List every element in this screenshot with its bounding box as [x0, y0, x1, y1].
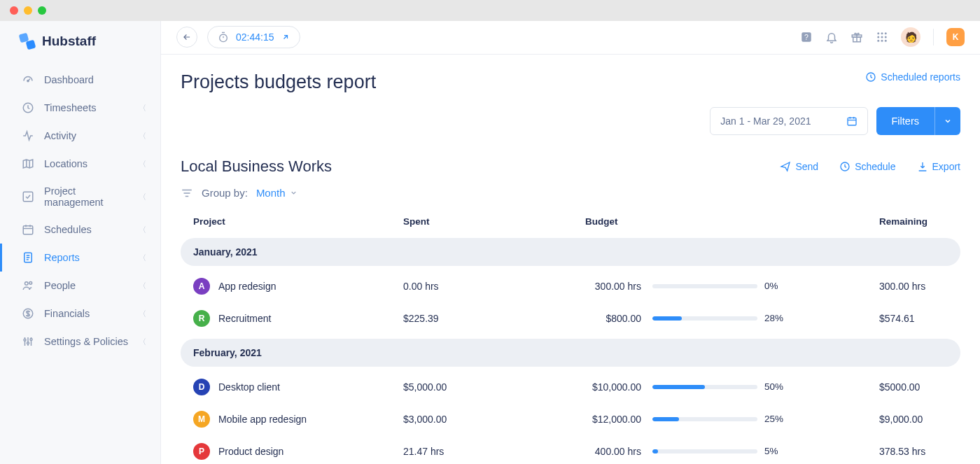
- remaining-cell: $9,000.00: [879, 414, 963, 425]
- sidebar-item-reports[interactable]: Reports〈: [0, 244, 160, 272]
- help-icon[interactable]: ?: [800, 31, 813, 43]
- filters-label: Filters: [876, 115, 934, 127]
- gauge-icon: [22, 73, 34, 86]
- file-icon: [22, 251, 34, 264]
- sidebar-item-label: Settings & Policies: [44, 336, 128, 347]
- spent-cell: 0.00 hrs: [403, 281, 585, 292]
- gift-icon[interactable]: [850, 31, 863, 43]
- check-square-icon: [22, 190, 34, 203]
- calendar-icon: [22, 223, 34, 236]
- progress-bar: [652, 417, 757, 421]
- col-spent: Spent: [403, 216, 585, 227]
- brand-logo[interactable]: Hubstaff: [0, 21, 160, 66]
- sidebar-item-label: Activity: [44, 130, 76, 141]
- sidebar-item-timesheets[interactable]: Timesheets〈: [0, 94, 160, 122]
- sidebar-item-dashboard[interactable]: Dashboard: [0, 66, 160, 94]
- group-by-value[interactable]: Month: [256, 187, 298, 199]
- user-avatar[interactable]: 🧑: [901, 27, 920, 47]
- chevron-left-icon: 〈: [139, 159, 146, 169]
- chevron-left-icon: 〈: [139, 103, 146, 113]
- sidebar-item-label: Schedules: [44, 224, 92, 235]
- budget-percent: 28%: [764, 313, 799, 323]
- arrow-left-icon: [182, 32, 192, 42]
- table-row[interactable]: DDesktop client$5,000.00$10,000.0050%$50…: [181, 371, 960, 403]
- sidebar-item-schedules[interactable]: Schedules〈: [0, 216, 160, 244]
- svg-point-23: [881, 40, 883, 42]
- project-name: Mobile app redesign: [218, 414, 307, 425]
- apps-grid-icon[interactable]: [876, 31, 888, 43]
- svg-point-18: [885, 33, 887, 35]
- remaining-cell: $5000.00: [879, 381, 963, 393]
- chevron-left-icon: 〈: [139, 337, 146, 347]
- table-row[interactable]: MMobile app redesign$3,000.00$12,000.002…: [181, 403, 960, 435]
- table-row[interactable]: AApp redesign0.00 hrs300.00 hrs0%300.00 …: [181, 270, 960, 302]
- sidebar-item-label: Project management: [44, 185, 129, 208]
- project-badge: A: [193, 278, 210, 295]
- clock-icon: [839, 161, 850, 172]
- filters-button[interactable]: Filters: [876, 107, 960, 135]
- sidebar-item-label: Timesheets: [44, 102, 96, 113]
- timer-pill[interactable]: 02:44:15: [207, 26, 300, 48]
- chevron-down-icon: [290, 189, 298, 197]
- send-icon: [780, 161, 791, 172]
- svg-point-5: [25, 282, 29, 286]
- sidebar-item-project-management[interactable]: Project management〈: [0, 178, 160, 216]
- scheduled-reports-label: Scheduled reports: [881, 71, 960, 83]
- main-panel: 02:44:15 ? 🧑 K: [161, 21, 980, 464]
- sidebar-item-settings-policies[interactable]: Settings & Policies〈: [0, 328, 160, 356]
- bell-icon[interactable]: [825, 31, 838, 43]
- table-row[interactable]: PProduct design21.47 hrs400.00 hrs5%378.…: [181, 435, 960, 464]
- page-title: Projects budgets report: [181, 71, 376, 93]
- progress-bar: [652, 284, 757, 288]
- spent-cell: $225.39: [403, 313, 585, 324]
- progress-bar: [652, 449, 757, 454]
- svg-point-9: [27, 342, 29, 344]
- workspace-badge[interactable]: K: [946, 28, 965, 46]
- window-close-dot[interactable]: [10, 6, 18, 15]
- svg-rect-26: [848, 118, 856, 125]
- timer-value: 02:44:15: [236, 31, 274, 43]
- month-group-header: February, 2021: [181, 339, 960, 367]
- table-row[interactable]: RRecruitment$225.39$800.0028%$574.61: [181, 302, 960, 335]
- window-zoom-dot[interactable]: [38, 6, 46, 15]
- export-action[interactable]: Export: [917, 161, 960, 172]
- group-by-label: Group by:: [202, 187, 248, 199]
- project-cell: PProduct design: [193, 443, 403, 460]
- sidebar-item-activity[interactable]: Activity〈: [0, 122, 160, 150]
- chevron-left-icon: 〈: [139, 225, 146, 235]
- chevron-left-icon: 〈: [139, 131, 146, 141]
- list-sort-icon: [181, 187, 193, 199]
- progress-bar: [652, 316, 757, 321]
- sidebar-item-label: Dashboard: [44, 74, 94, 85]
- window-minimize-dot[interactable]: [24, 6, 32, 15]
- remaining-cell: 300.00 hrs: [879, 281, 963, 292]
- svg-point-10: [30, 339, 32, 341]
- sidebar-item-locations[interactable]: Locations〈: [0, 150, 160, 178]
- chevron-left-icon: 〈: [139, 192, 146, 202]
- col-project: Project: [193, 216, 403, 227]
- budget-cell: 300.00 hrs0%: [585, 281, 879, 292]
- chevron-left-icon: 〈: [139, 281, 146, 291]
- project-badge: R: [193, 310, 210, 327]
- budget-cell: $10,000.0050%: [585, 381, 879, 393]
- stopwatch-icon: [218, 31, 229, 43]
- spent-cell: $5,000.00: [403, 381, 585, 393]
- page-header: Projects budgets report Scheduled report…: [181, 71, 960, 93]
- col-remaining: Remaining: [879, 216, 963, 227]
- sidebar-item-label: Financials: [44, 308, 90, 319]
- table-header-row: Project Spent Budget Remaining: [181, 208, 960, 234]
- project-badge: M: [193, 411, 210, 428]
- scheduled-reports-link[interactable]: Scheduled reports: [865, 71, 960, 83]
- send-action[interactable]: Send: [780, 161, 818, 172]
- chevron-down-icon: [944, 117, 952, 125]
- schedule-action[interactable]: Schedule: [839, 161, 895, 172]
- sidebar-item-people[interactable]: People〈: [0, 272, 160, 300]
- back-button[interactable]: [176, 27, 197, 48]
- sidebar-item-financials[interactable]: Financials〈: [0, 300, 160, 328]
- date-range-picker[interactable]: Jan 1 - Mar 29, 2021: [710, 107, 867, 135]
- filters-dropdown-toggle[interactable]: [934, 107, 960, 135]
- dollar-icon: [22, 307, 34, 320]
- map-icon: [22, 157, 34, 170]
- spent-cell: 21.47 hrs: [403, 446, 585, 457]
- svg-point-20: [881, 36, 883, 38]
